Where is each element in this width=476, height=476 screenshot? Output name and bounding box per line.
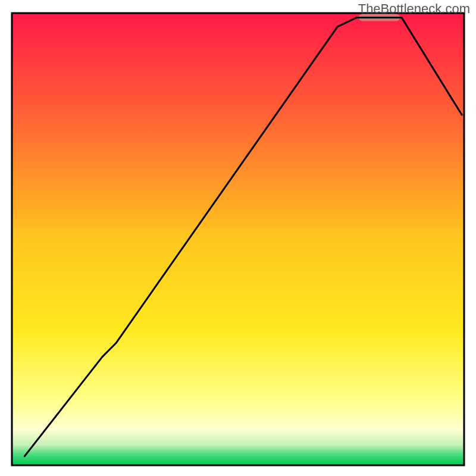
plot-background	[12, 13, 464, 465]
bottleneck-chart	[0, 0, 476, 476]
watermark-text: TheBottleneck.com	[358, 1, 470, 17]
chart-container: { "watermark": "TheBottleneck.com", "cha…	[0, 0, 476, 476]
